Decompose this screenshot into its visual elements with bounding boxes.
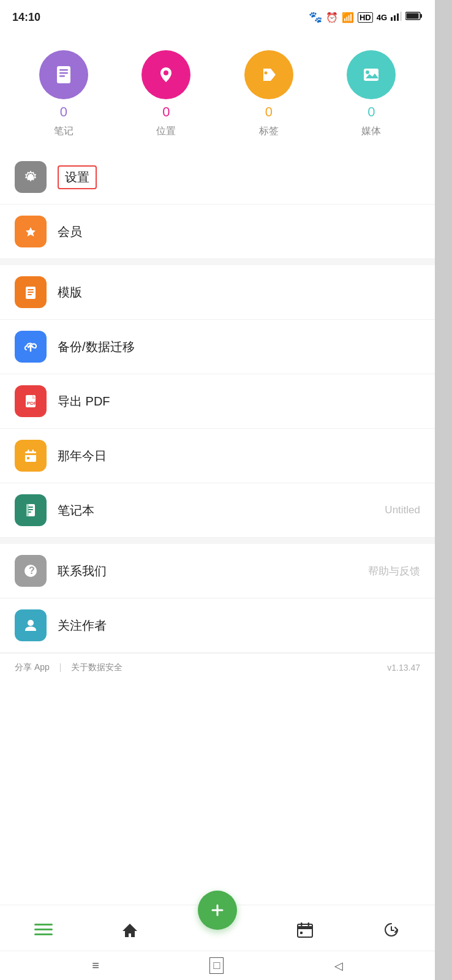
tags-circle [244,50,293,99]
nav-history[interactable] [373,915,410,944]
svg-rect-21 [25,451,36,462]
battery-icon [405,11,423,23]
vip-label: 会员 [58,224,420,240]
svg-rect-13 [364,69,379,81]
footer-divider: | [59,662,62,673]
menu-item-follow[interactable]: 关注作者 [0,598,435,653]
tags-count: 0 [265,104,273,120]
data-security-link[interactable]: 关于数据安全 [71,662,122,673]
svg-rect-17 [28,292,34,293]
svg-rect-30 [28,511,31,513]
svg-rect-23 [28,450,29,453]
menu-item-vip[interactable]: 会员 [0,205,435,259]
menu-list: 设置 会员 模版 备份/数据迁移 PDF [0,150,435,905]
fab-button[interactable] [198,891,237,930]
footer-links: 分享 App | 关于数据安全 v1.13.47 [0,653,435,682]
svg-rect-29 [28,509,33,510]
svg-rect-34 [34,924,53,925]
nav-menu[interactable] [25,915,62,944]
media-circle [347,50,396,99]
signal-bars [391,11,402,23]
stat-media[interactable]: 0 媒体 [347,50,396,138]
onthisday-label: 那年今日 [58,448,420,464]
follow-icon-box [15,609,47,641]
stat-notes[interactable]: 0 笔记 [39,50,88,138]
location-circle [141,50,190,99]
menu-item-settings[interactable]: 设置 [0,150,435,205]
svg-text:PDF: PDF [27,401,37,406]
svg-rect-36 [34,933,53,935]
divider-1 [0,259,435,265]
svg-rect-38 [298,926,312,929]
backup-label: 备份/数据迁移 [58,339,420,355]
template-icon-box [15,276,47,308]
contact-sub: 帮助与反馈 [368,564,420,578]
menu-item-contact[interactable]: ? 联系我们 帮助与反馈 [0,544,435,598]
android-home-icon[interactable]: □ [209,957,224,974]
signal-icon: 4G [377,13,387,22]
stats-row: 0 笔记 0 位置 0 标签 0 媒体 [0,32,435,150]
svg-point-33 [28,620,34,626]
notebook-icon-box [15,494,47,526]
notes-count: 0 [60,104,67,120]
svg-point-14 [366,70,369,74]
settings-text-wrapper: 设置 [58,165,97,189]
wifi-icon: 📶 [342,12,354,23]
stat-location[interactable]: 0 位置 [141,50,190,138]
footer-left: 分享 App | 关于数据安全 [15,662,122,673]
location-count: 0 [162,104,170,120]
svg-rect-40 [308,922,310,926]
svg-rect-8 [59,69,68,71]
svg-point-11 [164,70,168,75]
nav-home[interactable] [111,915,148,944]
vip-icon-box [15,216,47,247]
menu-item-onthisday[interactable]: 那年今日 [0,429,435,483]
svg-rect-10 [59,75,65,77]
alarm-icon: ⏰ [326,12,338,23]
svg-rect-22 [25,453,36,455]
svg-rect-1 [394,15,396,21]
svg-rect-3 [400,12,402,21]
android-back-icon[interactable]: ◁ [334,959,343,973]
svg-rect-6 [407,13,419,19]
svg-rect-0 [391,17,393,21]
pdf-label: 导出 PDF [58,393,420,410]
share-app-link[interactable]: 分享 App [15,662,50,673]
menu-item-notebook[interactable]: 笔记本 Untitled [0,483,435,538]
notebook-sub: Untitled [385,504,420,516]
contact-label: 联系我们 [58,563,352,579]
menu-item-pdf[interactable]: PDF 导出 PDF [0,374,435,429]
backup-icon-box [15,331,47,363]
svg-rect-16 [28,289,34,290]
android-bar: ≡ □ ◁ [0,951,435,980]
onthisday-icon-box [15,440,47,472]
svg-rect-7 [57,66,70,83]
svg-point-12 [264,72,267,75]
follow-label: 关注作者 [58,617,420,634]
notes-label: 笔记 [54,125,73,138]
location-label: 位置 [156,125,176,138]
svg-rect-18 [28,294,32,295]
svg-rect-27 [26,504,29,516]
svg-rect-35 [34,929,53,930]
bottom-nav [0,905,435,951]
tags-label: 标签 [259,125,279,138]
svg-rect-28 [28,507,33,508]
settings-icon-box [15,161,47,193]
divider-2 [0,538,435,544]
settings-label: 设置 [65,170,89,184]
nav-calendar[interactable] [287,915,323,944]
menu-item-backup[interactable]: 备份/数据迁移 [0,320,435,374]
svg-rect-41 [300,932,303,934]
svg-rect-9 [59,72,68,74]
menu-item-template[interactable]: 模版 [0,265,435,320]
status-time: 14:10 [12,11,40,24]
svg-rect-24 [32,450,34,453]
svg-rect-39 [301,922,303,926]
svg-rect-25 [27,457,29,459]
stat-tags[interactable]: 0 标签 [244,50,293,138]
pdf-icon-box: PDF [15,385,47,417]
android-menu-icon[interactable]: ≡ [92,959,99,973]
contact-icon-box: ? [15,555,47,587]
notebook-label: 笔记本 [58,502,369,519]
